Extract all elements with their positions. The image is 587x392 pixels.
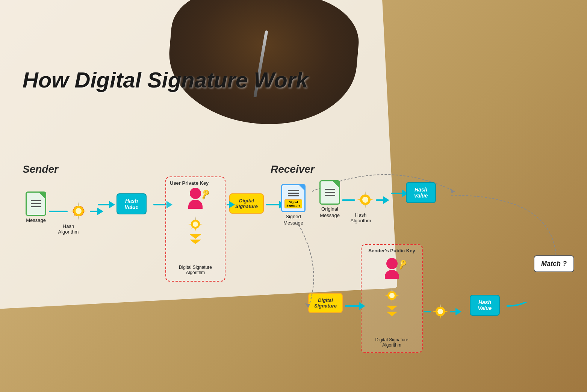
svg-point-13 [193, 222, 198, 227]
arrow-hash-hashval-sender [98, 201, 115, 208]
message-label: Message [26, 217, 46, 224]
svg-marker-43 [439, 314, 441, 319]
hash-algo-sender-icon [68, 201, 89, 222]
match-box: Match ? [534, 255, 574, 272]
hash-algo-receiver-top-label: HashAlgorithm [349, 212, 372, 223]
original-message-label: OriginalMessage [320, 206, 340, 219]
private-key-dashed-box: User Private Key 🔑 [165, 176, 225, 282]
main-title: How Digital Signature Work [23, 68, 308, 93]
match-node: Match ? [534, 255, 574, 272]
svg-point-41 [437, 309, 443, 314]
message-doc-icon [26, 191, 46, 216]
hash-value-receiver-top-node: HashValue [406, 182, 436, 203]
arrow-sigalgo-sigbox [227, 201, 235, 208]
original-message-node: OriginalMessage [319, 180, 340, 219]
digital-sig-algo-label: Digital SignatureAlgorithm [166, 265, 225, 275]
svg-point-25 [362, 197, 368, 203]
hash-value-receiver-bottom-node: HashValue [470, 295, 500, 316]
arrow-origmsg-hashalgo [342, 190, 389, 210]
original-message-icon [319, 180, 340, 205]
hash-value-receiver-bottom-box: HashValue [470, 295, 500, 316]
gear-icon-bottom [431, 302, 450, 321]
hash-value-sender-box: HashValue [116, 193, 147, 214]
hash-value-receiver-top-box: HashValue [406, 182, 436, 203]
svg-marker-28 [357, 199, 363, 201]
diagram-container: Message HashAlgorithm [11, 169, 582, 383]
curved-arrow-down-svg [286, 218, 331, 312]
svg-point-34 [389, 293, 395, 298]
svg-marker-44 [433, 311, 438, 312]
senders-public-key-label: Sender's Public Key [363, 248, 420, 253]
svg-marker-4 [70, 210, 76, 212]
person-key-receiver-icon: 🔑 [385, 258, 399, 279]
chevron-icons [186, 215, 205, 244]
public-key-dashed-box: Sender's Public Key 🔑 Digital SignatureA… [361, 244, 423, 353]
curved-arrow-down [286, 218, 331, 313]
svg-marker-5 [81, 210, 87, 212]
svg-marker-29 [368, 199, 374, 201]
arrow-digsig-pubkey [345, 302, 365, 310]
gear-icon-receiver [383, 286, 401, 305]
svg-marker-11 [78, 215, 79, 220]
person-key-icon: 🔑 [188, 188, 203, 209]
hash-value-sender-node: HashValue [116, 193, 147, 214]
user-private-key-label: User Private Key [170, 180, 209, 186]
arrow-hashval-match [503, 302, 548, 349]
message-node: Message [26, 191, 46, 224]
digital-sig-algo-receiver-label: Digital SignatureAlgorithm [362, 337, 422, 348]
arrow-hashval-match-svg [503, 302, 548, 347]
chevron-receiver [383, 286, 401, 316]
svg-marker-45 [443, 311, 448, 312]
signed-message-icon: DigitalSignature [281, 184, 306, 212]
arrow-pubkey-hashval-bottom [424, 302, 461, 321]
gear-icon-1 [186, 215, 205, 234]
arrow-msg-hash [49, 201, 103, 222]
svg-marker-10 [78, 202, 79, 207]
hash-algo-receiver-icon [355, 190, 376, 210]
hash-algo-sender-label: HashAlgorithm [57, 223, 80, 235]
